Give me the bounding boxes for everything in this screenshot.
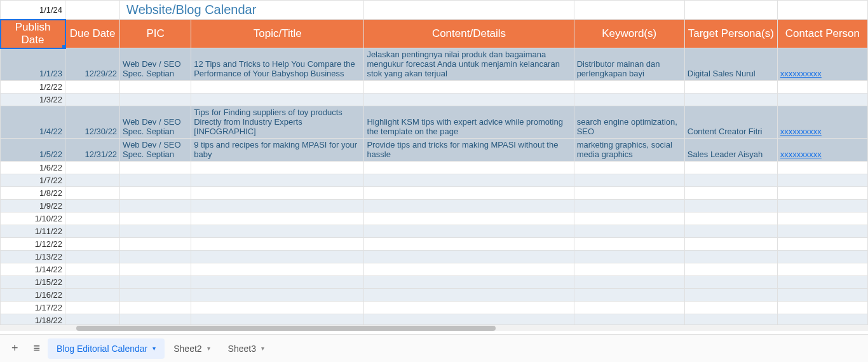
cell[interactable]	[191, 162, 364, 174]
cell[interactable]	[574, 238, 684, 251]
header-contact[interactable]: Contact Person	[777, 20, 867, 48]
table-row[interactable]: 1/15/22	[1, 276, 868, 289]
table-row[interactable]: 1/11/22	[1, 225, 868, 238]
cell[interactable]	[777, 200, 867, 212]
cell[interactable]	[65, 81, 120, 94]
cell[interactable]	[191, 302, 364, 314]
cell[interactable]	[777, 238, 867, 251]
cell[interactable]	[65, 200, 120, 212]
cell[interactable]	[65, 302, 120, 314]
cell[interactable]	[364, 225, 574, 238]
table-row[interactable]: 1/2/22	[1, 81, 868, 94]
cell-publish-date[interactable]: 1/14/22	[1, 263, 65, 276]
cell[interactable]	[684, 238, 777, 251]
table-row[interactable]: 1/1/2312/29/22Web Dev / SEO Spec. Septia…	[1, 48, 868, 81]
cell-publish-date[interactable]: 1/13/22	[1, 251, 65, 263]
table-row[interactable]: 1/6/22	[1, 162, 868, 174]
cell[interactable]	[574, 225, 684, 238]
cell[interactable]	[65, 162, 120, 174]
header-persona[interactable]: Target Persona(s)	[684, 20, 777, 48]
table-row[interactable]: 1/17/22	[1, 302, 868, 314]
cell[interactable]	[364, 251, 574, 263]
cell[interactable]	[191, 81, 364, 94]
cell[interactable]	[65, 212, 120, 225]
cell-pic[interactable]: Web Dev / SEO Spec. Septian	[120, 139, 191, 162]
cell[interactable]	[574, 174, 684, 187]
cell[interactable]	[574, 289, 684, 302]
cell[interactable]	[777, 162, 867, 174]
cell[interactable]	[684, 187, 777, 200]
cell[interactable]	[364, 174, 574, 187]
cell[interactable]	[120, 200, 191, 212]
all-sheets-button[interactable]: ≡	[26, 337, 48, 360]
cell[interactable]	[574, 187, 684, 200]
cell[interactable]	[574, 263, 684, 276]
cell[interactable]	[574, 212, 684, 225]
cell[interactable]	[574, 276, 684, 289]
cell[interactable]	[364, 263, 574, 276]
cell[interactable]	[684, 302, 777, 314]
cell[interactable]	[120, 251, 191, 263]
cell[interactable]	[65, 289, 120, 302]
cell[interactable]	[364, 200, 574, 212]
header-pic[interactable]: PIC	[120, 20, 191, 48]
cell[interactable]	[191, 238, 364, 251]
sheet-title[interactable]: Website/Blog Calendar	[120, 1, 364, 20]
cell[interactable]	[120, 238, 191, 251]
cell[interactable]	[65, 187, 120, 200]
cell-content[interactable]: Jelaskan pentingnya nilai produk dan bag…	[364, 48, 574, 81]
tab-sheet3[interactable]: Sheet3 ▾	[219, 338, 273, 359]
cell[interactable]	[684, 289, 777, 302]
cell[interactable]	[364, 81, 574, 94]
add-sheet-button[interactable]: +	[4, 337, 26, 360]
cell[interactable]	[684, 94, 777, 106]
header-topic[interactable]: Topic/Title	[191, 20, 364, 48]
horizontal-scrollbar[interactable]	[0, 324, 868, 331]
cell-publish-date[interactable]: 1/2/22	[1, 81, 65, 94]
cell-topic[interactable]: 9 tips and recipes for making MPASI for …	[191, 139, 364, 162]
cell[interactable]	[120, 162, 191, 174]
cell-content[interactable]: Highlight KSM tips with expert advice wh…	[364, 106, 574, 139]
scroll-thumb[interactable]	[76, 326, 496, 331]
cell[interactable]	[120, 94, 191, 106]
cell[interactable]	[574, 94, 684, 106]
cell[interactable]	[120, 174, 191, 187]
cell[interactable]	[777, 81, 867, 94]
table-row[interactable]: 1/5/2212/31/22Web Dev / SEO Spec. Septia…	[1, 139, 868, 162]
cell-content[interactable]: Provide tips and tricks for making MPASI…	[364, 139, 574, 162]
table-row[interactable]: 1/9/22	[1, 200, 868, 212]
cell[interactable]	[191, 225, 364, 238]
cell[interactable]	[684, 251, 777, 263]
cell[interactable]	[65, 225, 120, 238]
cell[interactable]	[191, 187, 364, 200]
cell[interactable]	[120, 212, 191, 225]
cell[interactable]	[65, 238, 120, 251]
cell[interactable]	[191, 174, 364, 187]
cell[interactable]	[777, 174, 867, 187]
cell[interactable]	[191, 94, 364, 106]
cell-publish-date[interactable]: 1/4/22	[1, 106, 65, 139]
cell-publish-date[interactable]: 1/10/22	[1, 212, 65, 225]
cell[interactable]	[191, 289, 364, 302]
cell[interactable]	[777, 251, 867, 263]
cell-keywords[interactable]: Distributor mainan dan perlengkapan bayi	[574, 48, 684, 81]
contact-link[interactable]: xxxxxxxxxx	[780, 127, 822, 136]
cell-keywords[interactable]: marketing graphics, social media graphic…	[574, 139, 684, 162]
cell-pic[interactable]: Web Dev / SEO Spec. Septian	[120, 48, 191, 81]
header-keywords[interactable]: Keyword(s)	[574, 20, 684, 48]
header-due-date[interactable]: Due Date	[65, 20, 120, 48]
header-content[interactable]: Content/Details	[364, 20, 574, 48]
cell[interactable]	[777, 187, 867, 200]
cell-persona[interactable]: Sales Leader Aisyah	[684, 139, 777, 162]
contact-link[interactable]: xxxxxxxxxx	[780, 69, 822, 78]
cell[interactable]	[120, 289, 191, 302]
cell-due-date[interactable]: 12/30/22	[65, 106, 120, 139]
cell[interactable]	[364, 238, 574, 251]
cell[interactable]	[777, 289, 867, 302]
cell[interactable]	[574, 302, 684, 314]
title-row[interactable]: 1/1/24 Website/Blog Calendar	[1, 1, 868, 20]
cell[interactable]	[120, 263, 191, 276]
cell-contact[interactable]: xxxxxxxxxx	[777, 139, 867, 162]
table-row[interactable]: 1/8/22	[1, 187, 868, 200]
cell-publish-date[interactable]: 1/1/23	[1, 48, 65, 81]
